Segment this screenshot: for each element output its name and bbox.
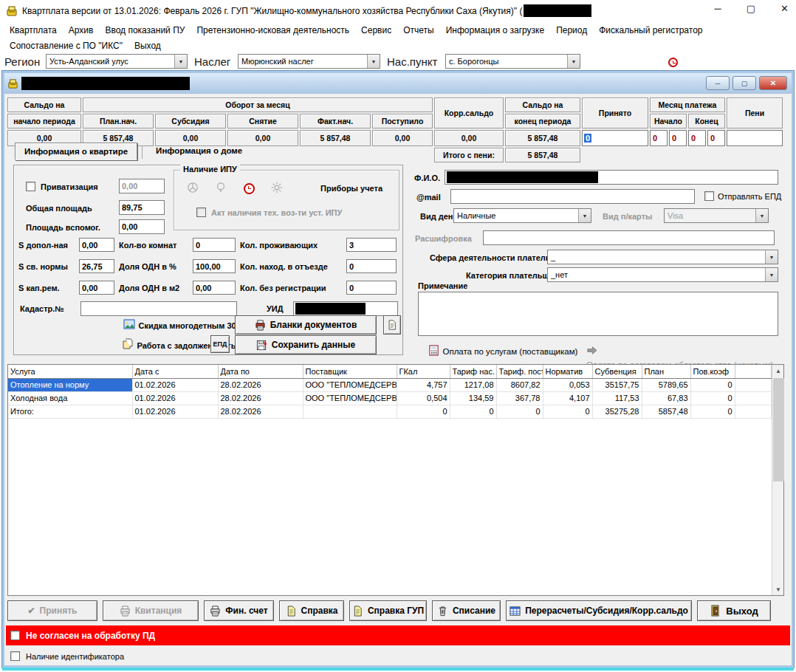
sphere-select[interactable]: _ ▼ bbox=[547, 250, 778, 264]
tab-house-info[interactable]: Информация о доме bbox=[147, 143, 251, 159]
accept-button[interactable]: ✔ Принять bbox=[7, 600, 97, 621]
s-add-input[interactable] bbox=[79, 238, 114, 252]
dropdown-icon[interactable]: ▼ bbox=[578, 209, 591, 222]
menu-fiscal[interactable]: Фискальный регистратор bbox=[594, 24, 707, 37]
menu-archive[interactable]: Архив bbox=[64, 24, 99, 37]
pay-by-services-link[interactable]: Оплата по услугам (поставщикам) bbox=[428, 344, 577, 357]
table-cell[interactable]: 35157,75 bbox=[592, 378, 642, 391]
column-header[interactable]: Дата с bbox=[132, 365, 218, 378]
table-cell[interactable] bbox=[303, 405, 397, 418]
table-cell[interactable]: 01.02.2026 bbox=[132, 391, 218, 405]
money-type-select[interactable]: Наличные ▼ bbox=[453, 208, 591, 223]
accepted-input[interactable]: 0 bbox=[582, 130, 648, 146]
column-header[interactable]: Поставщик bbox=[303, 365, 397, 378]
document-preview-button[interactable] bbox=[383, 315, 401, 335]
table-cell[interactable]: 67,83 bbox=[642, 391, 690, 405]
column-header[interactable]: Тариф нас. bbox=[450, 365, 496, 378]
tab-apartment-info[interactable]: Информация о квартире bbox=[15, 143, 137, 160]
table-cell[interactable]: 0 bbox=[690, 405, 735, 418]
table-cell[interactable]: ООО "ТЕПЛОМЕДСЕРВИ bbox=[303, 378, 397, 391]
identifier-checkbox[interactable] bbox=[10, 651, 20, 661]
month-start-input-1[interactable] bbox=[650, 130, 668, 146]
month-end-input-1[interactable] bbox=[688, 130, 706, 146]
column-header[interactable]: Пов.коэф bbox=[690, 365, 735, 378]
table-cell[interactable]: 0 bbox=[450, 405, 496, 418]
away-input[interactable] bbox=[346, 259, 397, 273]
peni-input[interactable] bbox=[727, 130, 783, 146]
table-cell[interactable]: 117,53 bbox=[592, 391, 642, 405]
scroll-up-icon[interactable]: ▲ bbox=[772, 365, 785, 377]
s-cap-input[interactable] bbox=[79, 281, 114, 295]
settlement-select[interactable]: с. Борогонцы ▼ bbox=[445, 54, 580, 69]
dropdown-icon[interactable]: ▼ bbox=[567, 55, 580, 68]
table-cell[interactable]: 01.02.2026 bbox=[132, 405, 218, 418]
table-cell[interactable]: 28.02.2026 bbox=[218, 378, 303, 391]
fio-input[interactable] bbox=[445, 170, 778, 185]
ipu-act-checkbox[interactable] bbox=[196, 208, 206, 217]
email-input[interactable] bbox=[450, 189, 695, 204]
column-header[interactable]: Норматив bbox=[543, 365, 592, 378]
mdi-maximize-button[interactable]: ▢ bbox=[732, 76, 756, 90]
scrollbar-thumb[interactable] bbox=[773, 378, 784, 481]
region-select[interactable]: Усть-Алданский улус ▼ bbox=[46, 54, 188, 69]
noreg-input[interactable] bbox=[346, 281, 397, 295]
menu-kvartplata[interactable]: Квартплата bbox=[4, 24, 62, 37]
document-forms-button[interactable]: Бланки документов bbox=[235, 315, 377, 335]
table-cell[interactable]: 8607,82 bbox=[496, 378, 543, 391]
certificate-button[interactable]: Справка bbox=[279, 600, 344, 621]
table-cell[interactable]: ООО "ТЕПЛОМЕДСЕРВИ bbox=[303, 391, 397, 405]
table-cell[interactable]: 4,757 bbox=[397, 378, 450, 391]
writeoff-button[interactable]: Списание bbox=[432, 600, 501, 621]
table-cell[interactable]: Отопление на норму bbox=[8, 378, 132, 391]
close-button[interactable]: ✕ bbox=[780, 3, 789, 14]
column-header[interactable]: Субвенция bbox=[592, 365, 642, 378]
consent-checkbox[interactable] bbox=[10, 631, 20, 640]
decode-input[interactable] bbox=[483, 230, 775, 245]
column-header[interactable]: Дата по bbox=[218, 365, 303, 378]
table-cell[interactable]: 5789,65 bbox=[642, 378, 690, 391]
odn-pct-input[interactable] bbox=[193, 259, 236, 273]
s-over-input[interactable] bbox=[79, 259, 114, 273]
table-cell[interactable]: 367,78 bbox=[496, 391, 543, 405]
save-data-button[interactable]: Сохранить данные bbox=[235, 335, 377, 354]
maximize-button[interactable]: ▢ bbox=[747, 3, 755, 14]
menu-load-info[interactable]: Информация о загрузке bbox=[441, 24, 549, 37]
table-cell[interactable]: 35275,28 bbox=[592, 405, 642, 418]
table-cell[interactable]: 0 bbox=[690, 378, 735, 391]
odn-m2-input[interactable] bbox=[193, 281, 236, 295]
cadastre-input[interactable] bbox=[80, 301, 237, 316]
month-end-input-2[interactable] bbox=[707, 130, 725, 146]
certificate-gup-button[interactable]: Справка ГУП bbox=[349, 600, 427, 621]
table-cell[interactable]: Итого: bbox=[8, 405, 132, 418]
minimize-button[interactable]: ─ bbox=[715, 3, 721, 14]
dropdown-icon[interactable]: ▼ bbox=[765, 250, 778, 264]
scroll-down-icon[interactable]: ▼ bbox=[772, 583, 785, 595]
exit-button[interactable]: Выход bbox=[697, 600, 771, 621]
column-header[interactable]: ГКал bbox=[397, 365, 450, 378]
dropdown-icon[interactable]: ▼ bbox=[174, 55, 187, 68]
table-cell[interactable]: Холодная вода bbox=[8, 391, 132, 405]
uid-input[interactable] bbox=[293, 301, 398, 316]
table-cell[interactable]: 5857,48 bbox=[642, 405, 690, 418]
rooms-input[interactable] bbox=[193, 238, 236, 252]
menu-exit[interactable]: Выход bbox=[129, 39, 166, 52]
month-start-input-2[interactable] bbox=[669, 130, 687, 146]
privatization-input[interactable] bbox=[119, 179, 165, 193]
table-cell[interactable]: 0,504 bbox=[397, 391, 450, 405]
table-cell[interactable]: 0 bbox=[543, 405, 592, 418]
menu-reports[interactable]: Отчеты bbox=[398, 24, 439, 37]
note-textarea[interactable] bbox=[418, 292, 778, 336]
table-cell[interactable]: 28.02.2026 bbox=[218, 391, 303, 405]
menu-service[interactable]: Сервис bbox=[356, 24, 397, 37]
category-select[interactable]: _нет ▼ bbox=[547, 267, 778, 282]
column-header[interactable]: План bbox=[642, 365, 690, 378]
menu-period[interactable]: Период bbox=[551, 24, 592, 37]
card-type-select[interactable]: Visa ▼ bbox=[664, 208, 769, 223]
menu-iks[interactable]: Сопоставление с ПО "ИКС" bbox=[4, 39, 128, 52]
vertical-scrollbar[interactable]: ▲ ▼ bbox=[772, 365, 784, 595]
large-family-discount-link[interactable]: Скидка многодетным 30% bbox=[123, 318, 243, 332]
table-cell[interactable]: 0,053 bbox=[543, 378, 592, 391]
total-area-input[interactable] bbox=[119, 200, 165, 215]
table-cell[interactable]: 1217,08 bbox=[450, 378, 496, 391]
dropdown-icon[interactable]: ▼ bbox=[765, 268, 778, 281]
